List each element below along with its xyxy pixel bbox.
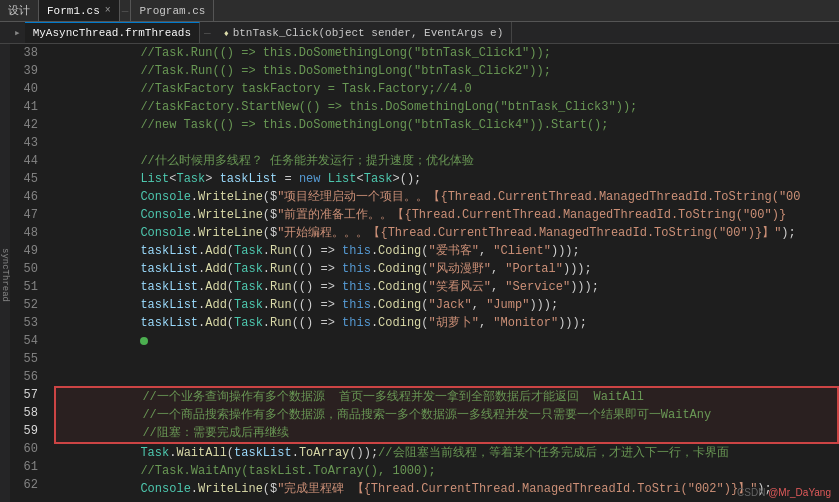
- code-line-50: taskList.Add(Task.Run(() => this.Coding(…: [54, 260, 839, 278]
- code-line-44: //什么时候用多线程？ 任务能并发运行；提升速度；优化体验: [54, 152, 839, 170]
- code-line-52: taskList.Add(Task.Run(() => this.Coding(…: [54, 296, 839, 314]
- line-num-51: 51: [10, 278, 38, 296]
- code-line-62: Console.WriteLine($"完成里程碑 【{Thread.Curre…: [54, 480, 839, 498]
- tab-design-label: 设计: [8, 3, 30, 18]
- line-num-44: 44: [10, 152, 38, 170]
- line-num-41: 41: [10, 98, 38, 116]
- line-num-53: 53: [10, 314, 38, 332]
- line-num-42: 42: [10, 116, 38, 134]
- code-line-45: List<Task> taskList = new List<Task>();: [54, 170, 839, 188]
- line-num-58: 58: [10, 404, 38, 422]
- code-line-60: Task.WaitAll(taskList.ToArray());//会阻塞当前…: [54, 444, 839, 462]
- line-num-60: 60: [10, 440, 38, 458]
- line-num-43: 43: [10, 134, 38, 152]
- code-line-49: taskList.Add(Task.Run(() => this.Coding(…: [54, 242, 839, 260]
- line-num-38: 38: [10, 44, 38, 62]
- line-num-47: 47: [10, 206, 38, 224]
- tab-form1-close[interactable]: ×: [105, 5, 111, 16]
- tab-bar-2: ▸ MyAsyncThread.frmThreads — ⬧ btnTask_C…: [0, 22, 839, 44]
- line-num-56: 56: [10, 368, 38, 386]
- arrow-indicator: ▸: [10, 26, 25, 39]
- tab-btntask[interactable]: ⬧ btnTask_Click(object sender, EventArgs…: [215, 22, 513, 43]
- line-num-54: 54: [10, 332, 38, 350]
- line-num-52: 52: [10, 296, 38, 314]
- csdn-label: CSDN: [737, 487, 765, 498]
- tab-program-label: Program.cs: [139, 5, 205, 17]
- line-num-39: 39: [10, 62, 38, 80]
- code-line-39: //Task.Run(() => this.DoSomethingLong("b…: [54, 62, 839, 80]
- tab-design[interactable]: 设计: [0, 0, 39, 21]
- tab-mythreads[interactable]: MyAsyncThread.frmThreads: [25, 22, 200, 43]
- watermark: CSDN @Mr_DaYang: [737, 487, 831, 498]
- code-line-38: //Task.Run(() => this.DoSomethingLong("b…: [54, 44, 839, 62]
- code-content[interactable]: //Task.Run(() => this.DoSomethingLong("b…: [46, 44, 839, 502]
- code-line-43: [54, 134, 839, 152]
- code-line-54: [54, 332, 839, 350]
- code-line-56: [54, 368, 839, 386]
- line-num-55: 55: [10, 350, 38, 368]
- code-line-57: //一个业务查询操作有多个数据源 首页一多线程并发一拿到全部数据后才能返回 Wa…: [56, 388, 837, 406]
- line-numbers: 38 39 40 41 42 43 44 45 46 47 48 49 50 5…: [10, 44, 46, 502]
- author-label: @Mr_DaYang: [768, 487, 831, 498]
- code-line-58: //一个商品搜索操作有多个数据源，商品搜索一多个数据源一多线程并发一只需要一个结…: [56, 406, 837, 424]
- code-line-61: //Task.WaitAny(taskList.ToArray(), 1000)…: [54, 462, 839, 480]
- code-line-42: //new Task(() => this.DoSomethingLong("b…: [54, 116, 839, 134]
- line-num-48: 48: [10, 224, 38, 242]
- line-num-49: 49: [10, 242, 38, 260]
- tab-btntask-label: btnTask_Click(object sender, EventArgs e…: [233, 27, 504, 39]
- line-num-61: 61: [10, 458, 38, 476]
- code-line-41: //taskFactory.StartNew(() => this.DoSome…: [54, 98, 839, 116]
- code-line-48: Console.WriteLine($"开始编程。。。【{Thread.Curr…: [54, 224, 839, 242]
- code-line-47: Console.WriteLine($"前置的准备工作。。【{Thread.Cu…: [54, 206, 839, 224]
- code-line-53: taskList.Add(Task.Run(() => this.Coding(…: [54, 314, 839, 332]
- tab-separator-2: —: [200, 27, 215, 39]
- tab-program[interactable]: Program.cs: [131, 0, 214, 21]
- tab-mythreads-label: MyAsyncThread.frmThreads: [33, 27, 191, 39]
- tab-form1[interactable]: Form1.cs ×: [39, 0, 120, 21]
- line-num-50: 50: [10, 260, 38, 278]
- code-line-40: //TaskFactory taskFactory = Task.Factory…: [54, 80, 839, 98]
- breakpoint-dot: [140, 337, 148, 345]
- tab-form1-label: Form1.cs: [47, 5, 100, 17]
- line-num-62: 62: [10, 476, 38, 494]
- code-line-51: taskList.Add(Task.Run(() => this.Coding(…: [54, 278, 839, 296]
- line-num-57: 57: [10, 386, 38, 404]
- editor-area: syncThread 38 39 40 41 42 43 44 45 46 47…: [0, 44, 839, 502]
- sidebar-label: syncThread: [0, 44, 10, 502]
- line-num-59: 59: [10, 422, 38, 440]
- code-line-46: Console.WriteLine($"项目经理启动一个项目。。【{Thread…: [54, 188, 839, 206]
- tab-separator-1: —: [120, 0, 132, 21]
- tab-bar-1: 设计 Form1.cs × — Program.cs: [0, 0, 839, 22]
- code-line-59: //阻塞：需要完成后再继续: [56, 424, 837, 442]
- line-num-40: 40: [10, 80, 38, 98]
- line-num-45: 45: [10, 170, 38, 188]
- code-line-55: [54, 350, 839, 368]
- tab-btntask-icon: ⬧: [223, 27, 230, 39]
- line-num-46: 46: [10, 188, 38, 206]
